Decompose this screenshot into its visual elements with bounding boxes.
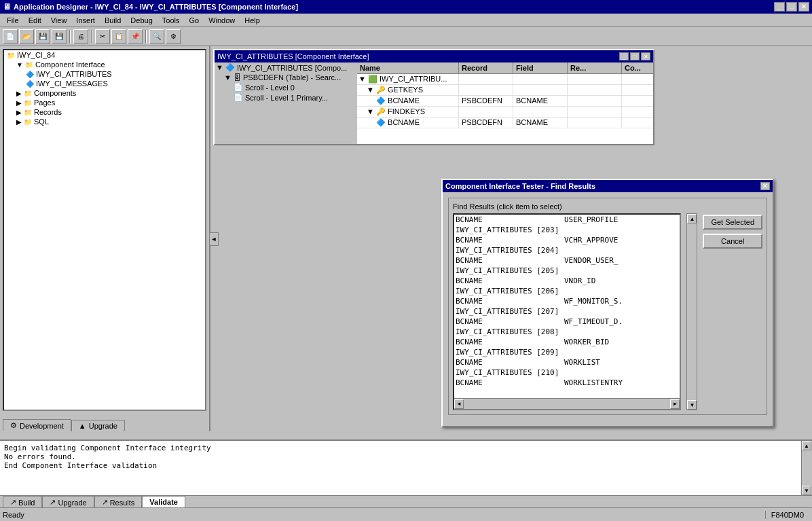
tree-pages[interactable]: ▶ 📁 Pages <box>4 98 205 107</box>
title-bar: 🖥 Application Designer - IWY_CI_84 - IWY… <box>0 0 812 14</box>
list-item[interactable]: BCNAMEUSER_PROFILE <box>454 215 680 225</box>
tab-development[interactable]: ⚙ Development <box>3 419 71 431</box>
minimize-button[interactable]: _ <box>774 2 785 12</box>
list-item[interactable]: IWY_CI_ATTRIBUTES [206] <box>454 286 680 296</box>
ci-folder-icon: 📁 <box>25 61 33 69</box>
scroll-down-btn[interactable]: ▼ <box>687 400 697 410</box>
dialog-title-text: Component Interface Tester - Find Result… <box>445 182 595 190</box>
tree-root[interactable]: 📁 IWY_CI_84 <box>4 50 205 60</box>
open-button[interactable]: 📂 <box>19 29 34 44</box>
list-item[interactable]: IWY_CI_ATTRIBUTES [204] <box>454 245 680 255</box>
list-item[interactable]: IWY_CI_ATTRIBUTES [208] <box>454 327 680 337</box>
ci-tree-scroll1[interactable]: 📄 Scroll - Level 1 Primary... <box>215 92 357 103</box>
hscroll-track[interactable] <box>464 399 670 409</box>
scroll-up-btn[interactable]: ▲ <box>687 214 697 223</box>
vertical-scrollbar[interactable]: ▲ ▼ <box>686 213 697 410</box>
paste-button[interactable]: 📌 <box>128 29 143 44</box>
output-tab-results[interactable]: ↗ Results <box>94 496 143 508</box>
ci-row-1[interactable]: ▼ 🔑 GETKEYS <box>357 85 653 96</box>
ci-psbcdefn-icon: ▼ 🗄 <box>224 73 241 82</box>
tree-component-interface[interactable]: ▼ 📁 Component Interface <box>4 60 205 69</box>
ci-th-field: Field <box>513 62 568 73</box>
tree-sql[interactable]: ▶ 📁 SQL <box>4 117 205 126</box>
output-tab-upgrade[interactable]: ↗ Upgrade <box>42 496 94 508</box>
ci-row0-re <box>568 74 622 84</box>
new-button[interactable]: 📄 <box>3 29 18 44</box>
output-tab-validate[interactable]: Validate <box>142 496 185 507</box>
build-button[interactable]: ⚙ <box>166 29 181 44</box>
list-item[interactable]: IWY_CI_ATTRIBUTES [205] <box>454 266 680 276</box>
app-icon: 🖥 <box>3 2 11 12</box>
tree-records[interactable]: ▶ 📁 Records <box>4 107 205 117</box>
list-item[interactable]: IWY_CI_ATTRIBUTES [210] <box>454 367 680 378</box>
list-item[interactable]: IWY_CI_ATTRIBUTES [209] <box>454 347 680 357</box>
menu-debug[interactable]: Debug <box>126 15 156 26</box>
ci-row-2[interactable]: 🔷 BCNAME PSBCDEFN BCNAME <box>357 96 653 107</box>
tree-iwy-ci-messages[interactable]: 🔷 IWY_CI_MESSAGES <box>4 79 205 88</box>
ci-table-header: Name Record Field Re... Co... <box>357 62 653 74</box>
tree-components[interactable]: ▶ 📁 Components <box>4 88 205 98</box>
list-item[interactable]: BCNAMEWF_TIMEOUT_D. <box>454 317 680 327</box>
list-item[interactable]: BCNAMEVENDOR_USER_ <box>454 255 680 266</box>
list-item[interactable]: BCNAMEVNDR_ID <box>454 276 680 286</box>
close-button[interactable]: ✕ <box>798 2 809 12</box>
sql-expand-icon: ▶ <box>16 118 22 126</box>
ci-row-3[interactable]: ▼ 🔑 FINDKEYS <box>357 107 653 118</box>
menu-file[interactable]: File <box>3 15 23 26</box>
ci-tree-root[interactable]: ▼ 🔷 IWY_CI_ATTRIBUTES [Compo... <box>215 62 357 73</box>
ci-row-0[interactable]: ▼ 🟩 IWY_CI_ATTRIBU... <box>357 74 653 85</box>
save-button[interactable]: 💾 <box>35 29 50 44</box>
tab-upgrade[interactable]: ▲ Upgrade <box>71 420 125 431</box>
print-button[interactable]: 🖨 <box>73 29 88 44</box>
ci-maximize-btn[interactable]: □ <box>630 52 640 60</box>
copy-button[interactable]: 📋 <box>111 29 126 44</box>
menu-help[interactable]: Help <box>240 15 264 26</box>
dialog-close-button[interactable]: ✕ <box>760 182 770 190</box>
ci-close-btn[interactable]: ✕ <box>641 52 650 60</box>
cancel-button[interactable]: Cancel <box>703 234 762 249</box>
menu-insert[interactable]: Insert <box>72 15 99 26</box>
panel-collapse-arrow[interactable]: ◄ <box>209 232 219 246</box>
find-button[interactable]: 🔍 <box>149 29 164 44</box>
output-scroll-down[interactable]: ▼ <box>802 486 811 495</box>
output-line-1: Begin validating Component Interface int… <box>4 444 797 452</box>
tree-iwy-ci-attributes[interactable]: 🔷 IWY_CI_ATTRIBUTES <box>4 69 205 79</box>
menu-build[interactable]: Build <box>100 15 125 26</box>
menu-edit[interactable]: Edit <box>24 15 45 26</box>
list-item[interactable]: BCNAMEWORKER_BID <box>454 337 680 347</box>
list-item[interactable]: BCNAMEVCHR_APPROVE <box>454 235 680 245</box>
ci-row3-re <box>568 107 622 117</box>
ci-row4-re <box>568 118 622 128</box>
list-item[interactable]: BCNAMEWF_MONITOR_S. <box>454 296 680 306</box>
output-scroll-up[interactable]: ▲ <box>802 441 811 450</box>
ci-window-title: IWY_CI_ATTRIBUTES [Component Interface] <box>217 52 369 60</box>
menu-window[interactable]: Window <box>204 15 239 26</box>
find-results-list[interactable]: BCNAMEUSER_PROFILEIWY_CI_ATTRIBUTES [203… <box>454 215 680 398</box>
ci-tree-psbcdefn[interactable]: ▼ 🗄 PSBCDEFN (Table) - Searc... <box>215 73 357 82</box>
ci-minimize-btn[interactable]: _ <box>619 52 629 60</box>
ci-th-record: Record <box>459 62 513 73</box>
status-bar: Ready F840DM0 <box>0 507 812 521</box>
ci-left-tree: ▼ 🔷 IWY_CI_ATTRIBUTES [Compo... ▼ 🗄 PSBC… <box>215 62 357 144</box>
list-item[interactable]: IWY_CI_ATTRIBUTES [203] <box>454 225 680 235</box>
tree-pages-label: Pages <box>34 98 55 107</box>
ci-item-icon: 🔷 <box>26 71 34 78</box>
list-item[interactable]: BCNAMEWORKLIST <box>454 357 680 367</box>
list-item[interactable]: IWY_CI_ATTRIBUTES [207] <box>454 306 680 317</box>
menu-view[interactable]: View <box>47 15 71 26</box>
horizontal-scrollbar[interactable]: ◄ ► <box>454 398 680 409</box>
save-all-button[interactable]: 💾 <box>52 29 67 44</box>
hscroll-right-btn[interactable]: ► <box>670 399 680 409</box>
upgrade-tab-icon: ↗ <box>50 498 56 507</box>
ci-row-4[interactable]: 🔷 BCNAME PSBCDEFN BCNAME <box>357 118 653 128</box>
get-selected-button[interactable]: Get Selected <box>703 215 762 230</box>
menu-tools[interactable]: Tools <box>158 15 184 26</box>
maximize-button[interactable]: □ <box>786 2 797 12</box>
hscroll-left-btn[interactable]: ◄ <box>454 399 464 409</box>
find-results-group: Find Results (click item to select) BCNA… <box>448 198 767 415</box>
output-tab-build[interactable]: ↗ Build <box>3 496 42 508</box>
ci-tree-scroll0[interactable]: 📄 Scroll - Level 0 <box>215 82 357 92</box>
cut-button[interactable]: ✂ <box>95 29 110 44</box>
menu-go[interactable]: Go <box>185 15 203 26</box>
list-item[interactable]: BCNAMEWORKLISTENTRY <box>454 378 680 388</box>
